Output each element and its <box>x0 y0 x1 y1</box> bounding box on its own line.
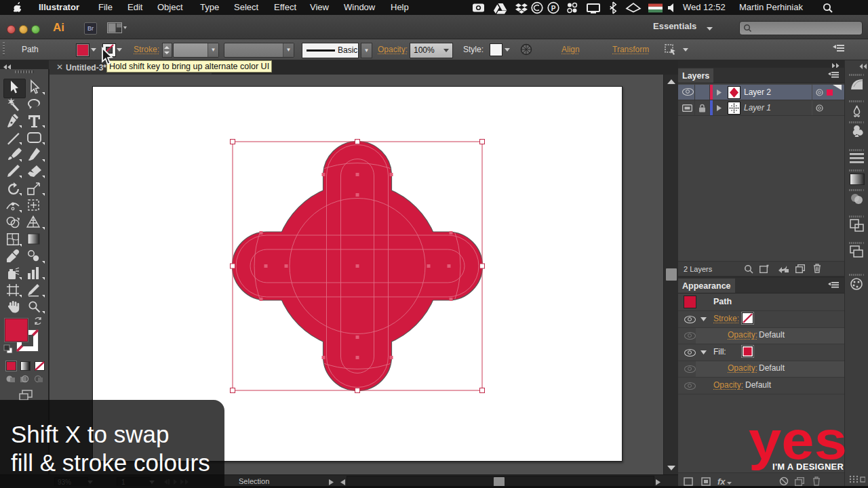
svg-text:P: P <box>551 5 556 12</box>
